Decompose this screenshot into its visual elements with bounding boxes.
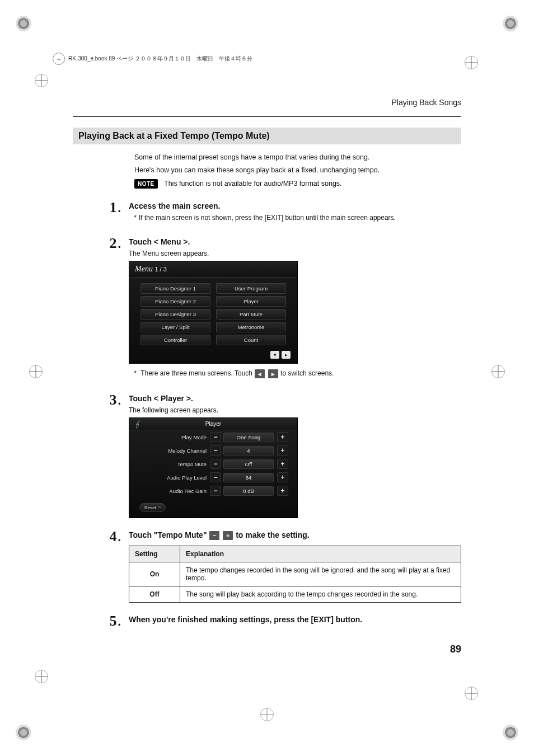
crop-mark-icon — [503, 725, 518, 740]
registration-cross-icon — [35, 74, 48, 87]
plus-button[interactable]: + — [277, 432, 288, 442]
player-row-label: Melody Channel — [139, 448, 207, 454]
page-next-icon[interactable]: ▸ — [282, 351, 291, 359]
step-title: When you're finished making settings, pr… — [129, 615, 461, 624]
triangle-right-icon[interactable]: ▸ — [268, 369, 278, 378]
player-row-value: One Song — [223, 433, 274, 442]
header-rule — [73, 116, 461, 117]
table-header-explanation: Explanation — [180, 546, 461, 562]
intro-line: Some of the internal preset songs have a… — [134, 152, 461, 163]
table-row: Off The song will play back according to… — [129, 586, 461, 603]
setting-value: The song will play back according to the… — [180, 586, 461, 603]
player-row: Audio Rec Gain − 0 dB + — [129, 484, 297, 497]
menu-item[interactable]: User Program — [216, 283, 286, 294]
player-row-value: 4 — [223, 446, 274, 456]
note-text: This function is not available for audio… — [164, 180, 342, 187]
running-head: Playing Back Songs — [391, 98, 461, 107]
step-2: 2. Touch < Menu >. The Menu screen appea… — [73, 235, 461, 382]
menu-item[interactable]: Piano Designer 2 — [140, 296, 210, 307]
plus-icon[interactable]: + — [223, 531, 233, 540]
step-aside: * There are three menu screens. Touch ◂ … — [139, 369, 461, 378]
registration-cross-icon — [465, 687, 478, 700]
player-row-label: Tempo Mute — [139, 461, 207, 467]
settings-table: Setting Explanation On The tempo changes… — [129, 546, 461, 603]
step-title: Touch < Menu >. — [129, 237, 461, 246]
section-intro: Some of the internal preset songs have a… — [134, 152, 461, 189]
step-4: 4. Touch "Tempo Mute" − + to make the se… — [73, 528, 461, 603]
table-row: On The tempo changes recorded in the son… — [129, 562, 461, 586]
menu-item[interactable]: Piano Designer 3 — [140, 309, 210, 320]
player-row: Play Mode − One Song + — [129, 430, 297, 444]
crop-mark-icon — [16, 725, 31, 740]
registration-cross-icon — [465, 56, 478, 69]
menu-grid: Piano Designer 1 User Program Piano Desi… — [129, 278, 297, 349]
triangle-left-icon[interactable]: ◂ — [255, 369, 265, 378]
registration-cross-icon — [29, 365, 43, 378]
plus-button[interactable]: + — [277, 472, 288, 482]
menu-item[interactable]: Count — [216, 335, 286, 345]
player-screenshot: 𝄞 Player Play Mode − One Song + Melody C… — [129, 417, 298, 518]
page-number: 89 — [450, 644, 461, 655]
step-number: 4. — [73, 528, 129, 545]
step-aside: *If the main screen is not shown, press … — [139, 214, 461, 222]
menu-item[interactable]: Layer / Split — [140, 322, 210, 332]
player-row-value: 64 — [223, 473, 274, 482]
player-row-label: Play Mode — [139, 434, 207, 440]
step-number: 2. — [73, 235, 129, 252]
player-row: Audio Play Level − 64 + — [129, 471, 297, 484]
step-number: 1. — [73, 199, 129, 216]
setting-key: Off — [129, 586, 180, 603]
menu-item[interactable]: Controller — [140, 335, 210, 345]
setting-value: The tempo changes recorded in the song w… — [180, 562, 461, 586]
step-subtext: The Menu screen appears. — [129, 250, 461, 257]
menu-item[interactable]: Metronome — [216, 322, 286, 332]
print-header-text: RK-300_e.book 89 ページ ２００８年９月１０日 水曜日 午後４時… — [68, 55, 252, 63]
menu-item[interactable]: Piano Designer 1 — [140, 283, 210, 294]
registration-cross-icon — [260, 708, 274, 721]
minus-button[interactable]: − — [210, 459, 221, 469]
plus-button[interactable]: + — [277, 459, 288, 469]
menu-screenshot: Menu 1 / 3 Piano Designer 1 User Program… — [129, 261, 298, 364]
menu-item[interactable]: Part Mute — [216, 309, 286, 320]
intro-line: Here's how you can make these songs play… — [134, 165, 461, 176]
minus-button[interactable]: − — [210, 432, 221, 442]
player-row: Melody Channel − 4 + — [129, 444, 297, 457]
step-number: 5. — [73, 613, 129, 630]
setting-key: On — [129, 562, 180, 586]
step-1: 1. Access the main screen. *If the main … — [73, 199, 461, 225]
menu-item[interactable]: Player — [216, 296, 286, 307]
crop-mark-icon — [503, 16, 518, 31]
reset-button[interactable]: Reset 𝄐 — [139, 503, 166, 512]
print-header: → RK-300_e.book 89 ページ ２００８年９月１０日 水曜日 午後… — [53, 53, 252, 65]
plus-button[interactable]: + — [277, 445, 288, 456]
registration-cross-icon — [35, 670, 48, 683]
crop-mark-icon — [16, 16, 31, 31]
step-title: Access the main screen. — [129, 201, 461, 210]
step-title: Touch < Player >. — [129, 394, 461, 403]
step-number: 3. — [73, 392, 129, 408]
minus-button[interactable]: − — [210, 445, 221, 456]
plus-button[interactable]: + — [277, 486, 288, 496]
step-title: Touch "Tempo Mute" − + to make the setti… — [129, 530, 461, 540]
arrow-right-icon: → — [53, 53, 65, 65]
table-header-setting: Setting — [129, 546, 180, 562]
step-subtext: The following screen appears. — [129, 406, 461, 414]
menu-title: Menu 1 / 3 — [129, 261, 297, 278]
minus-icon[interactable]: − — [209, 531, 219, 540]
player-row: Tempo Mute − Off + — [129, 457, 297, 471]
page-down-icon[interactable]: ▾ — [270, 351, 279, 359]
reset-icon: 𝄐 — [158, 505, 161, 510]
minus-button[interactable]: − — [210, 486, 221, 496]
metronome-icon: 𝄞 — [133, 420, 140, 428]
player-row-value: Off — [223, 459, 274, 469]
minus-button[interactable]: − — [210, 472, 221, 482]
section-title: Playing Back at a Fixed Tempo (Tempo Mut… — [73, 128, 461, 144]
step-3: 3. Touch < Player >. The following scree… — [73, 392, 461, 518]
note-line: NOTE This function is not available for … — [134, 179, 461, 189]
step-5: 5. When you're finished making settings,… — [73, 613, 461, 630]
note-badge: NOTE — [134, 179, 158, 189]
player-row-value: 0 dB — [223, 486, 274, 496]
registration-cross-icon — [491, 365, 505, 378]
player-row-label: Audio Rec Gain — [139, 488, 207, 494]
player-title: 𝄞 Player — [129, 418, 297, 430]
